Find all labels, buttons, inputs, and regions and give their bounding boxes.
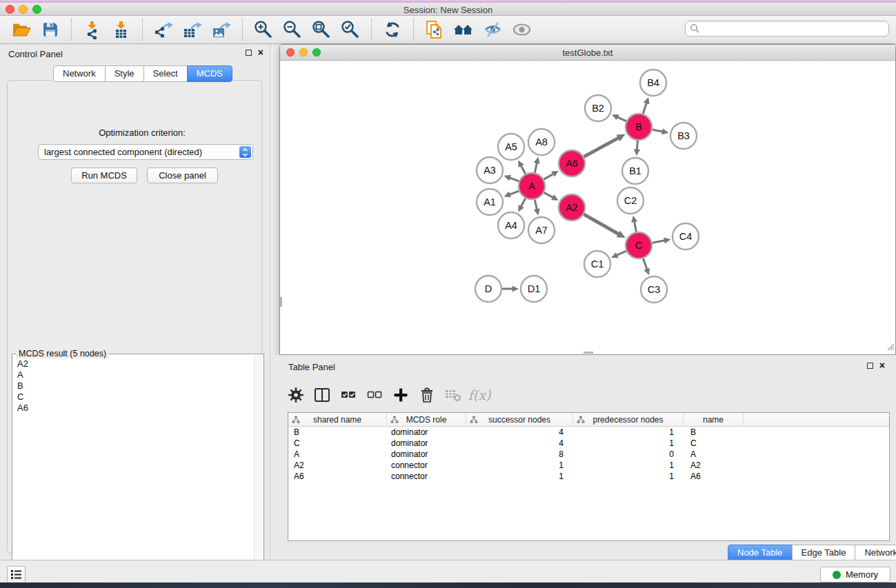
table-cell[interactable]: 8 (466, 449, 573, 460)
main-titlebar[interactable]: Session: New Session (0, 3, 896, 16)
close-panel-button[interactable]: Close panel (147, 168, 218, 183)
import-network-icon[interactable] (81, 18, 104, 41)
task-history-button[interactable] (7, 566, 26, 583)
edge-C-C2[interactable] (634, 221, 636, 232)
table-cell[interactable]: A (288, 449, 387, 460)
float-panel-icon[interactable] (246, 50, 252, 56)
column-header-successor-nodes[interactable]: successor nodes (466, 413, 573, 427)
close-table-panel-icon[interactable]: × (879, 362, 885, 369)
edge-A2-C[interactable] (584, 214, 619, 234)
zoom-in-icon[interactable] (252, 18, 275, 41)
delete-row-icon[interactable] (417, 385, 437, 405)
select-all-icon[interactable] (338, 385, 359, 405)
hide-graphics-details-icon[interactable] (481, 18, 504, 41)
open-file-icon[interactable] (10, 18, 33, 41)
edge-B-B1[interactable] (637, 141, 637, 151)
deselect-all-icon[interactable] (364, 385, 385, 405)
network-canvas[interactable]: B4B2BB3A8A5A6A3B1AC2A1A2A4A7C4CC1DD1C3 (280, 61, 895, 354)
edge-A-A4[interactable] (521, 199, 526, 207)
table-settings-icon[interactable] (286, 385, 306, 405)
tab-node-table[interactable]: Node Table (728, 545, 793, 561)
column-header-predecessor-nodes[interactable]: predecessor nodes (573, 413, 684, 427)
table-cell[interactable]: dominator (387, 449, 466, 460)
column-header-MCDS-role[interactable]: MCDS role (387, 413, 466, 427)
result-scrollbar[interactable] (254, 356, 262, 583)
edge-C-C4[interactable] (653, 241, 666, 243)
tab-select[interactable]: Select (143, 65, 188, 82)
edge-B-B3[interactable] (653, 130, 664, 132)
table-cell[interactable]: 1 (573, 460, 684, 471)
table-cell[interactable]: A2 (684, 460, 744, 471)
edge-B-B4[interactable] (643, 102, 647, 114)
edge-A-A1[interactable] (509, 191, 519, 195)
table-cell[interactable]: A6 (684, 471, 744, 482)
zoom-selected-icon[interactable] (339, 18, 362, 41)
edge-A-A5[interactable] (521, 165, 526, 174)
select-stepper-icon[interactable] (239, 146, 251, 158)
edge-A-A6[interactable] (544, 174, 554, 180)
table-row[interactable]: A6connector11A6 (288, 471, 889, 482)
close-panel-icon[interactable]: × (258, 49, 263, 56)
tab-style[interactable]: Style (105, 65, 144, 82)
node-table[interactable]: shared nameMCDS rolesuccessor nodesprede… (288, 412, 890, 541)
edge-C-C1[interactable] (616, 251, 626, 256)
tab-network-table[interactable]: Network Table (855, 545, 896, 561)
table-cell[interactable]: 1 (466, 460, 573, 471)
duplicate-network-icon[interactable] (423, 18, 446, 41)
zoom-out-icon[interactable] (281, 18, 304, 41)
tab-network[interactable]: Network (53, 65, 106, 82)
edge-A-A7[interactable] (535, 200, 537, 211)
tab-edge-table[interactable]: Edge Table (792, 545, 856, 561)
table-cell[interactable]: dominator (387, 427, 466, 438)
show-graphics-details-icon[interactable] (510, 18, 533, 41)
tab-mcds[interactable]: MCDS (187, 65, 232, 82)
optimization-select[interactable]: largest connected component (directed) (38, 144, 253, 160)
table-cell[interactable]: 1 (466, 471, 573, 482)
export-image-icon[interactable] (210, 18, 233, 41)
table-cell[interactable]: C (288, 438, 387, 449)
table-cell[interactable]: connector (387, 471, 466, 482)
column-panel-icon[interactable] (312, 385, 332, 405)
edge-B-B2[interactable] (617, 116, 626, 121)
table-cell[interactable]: 1 (573, 427, 684, 438)
table-row[interactable]: Bdominator41B (288, 427, 889, 438)
resize-grip-icon[interactable] (886, 341, 895, 354)
table-cell[interactable]: connector (387, 460, 466, 471)
table-cell[interactable]: B (684, 427, 744, 438)
table-cell[interactable]: 4 (466, 438, 573, 449)
edge-A6-B[interactable] (584, 137, 619, 156)
edge-C-C3[interactable] (644, 258, 648, 270)
result-list-item[interactable]: B (14, 381, 255, 392)
float-table-panel-icon[interactable] (867, 363, 873, 369)
table-cell[interactable]: A2 (288, 460, 387, 471)
mcds-result-list[interactable]: A2ABCA6 (14, 358, 255, 414)
import-table-icon[interactable] (110, 18, 133, 41)
table-cell[interactable]: 4 (466, 427, 573, 438)
table-cell[interactable]: 1 (573, 471, 684, 482)
edge-A-A3[interactable] (509, 177, 519, 181)
result-list-item[interactable]: A6 (14, 403, 255, 414)
table-cell[interactable]: A (684, 449, 744, 460)
result-list-item[interactable]: A2 (14, 358, 255, 369)
export-network-icon[interactable] (152, 18, 175, 41)
table-row[interactable]: A2connector11A2 (288, 460, 889, 471)
search-input[interactable] (685, 21, 889, 37)
column-header-name[interactable]: name (684, 413, 744, 427)
zoom-fit-icon[interactable] (310, 18, 333, 41)
home-views-icon[interactable] (452, 18, 475, 41)
column-header-shared-name[interactable]: shared name (288, 413, 387, 427)
memory-button[interactable]: Memory (820, 567, 890, 582)
table-cell[interactable]: dominator (387, 438, 466, 449)
edge-A-A2[interactable] (544, 192, 554, 198)
table-cell[interactable]: A6 (288, 471, 387, 482)
bottom-edge-grip[interactable] (584, 352, 593, 354)
table-cell[interactable]: 1 (573, 438, 684, 449)
run-mcds-button[interactable]: Run MCDS (71, 168, 137, 183)
table-cell[interactable]: C (684, 438, 744, 449)
export-table-icon[interactable] (181, 18, 204, 41)
refresh-network-icon[interactable] (381, 18, 404, 41)
table-cell[interactable]: 0 (573, 449, 684, 460)
table-row[interactable]: Cdominator41C (288, 438, 889, 449)
edge-A-A8[interactable] (535, 162, 537, 173)
add-row-icon[interactable] (390, 385, 411, 405)
